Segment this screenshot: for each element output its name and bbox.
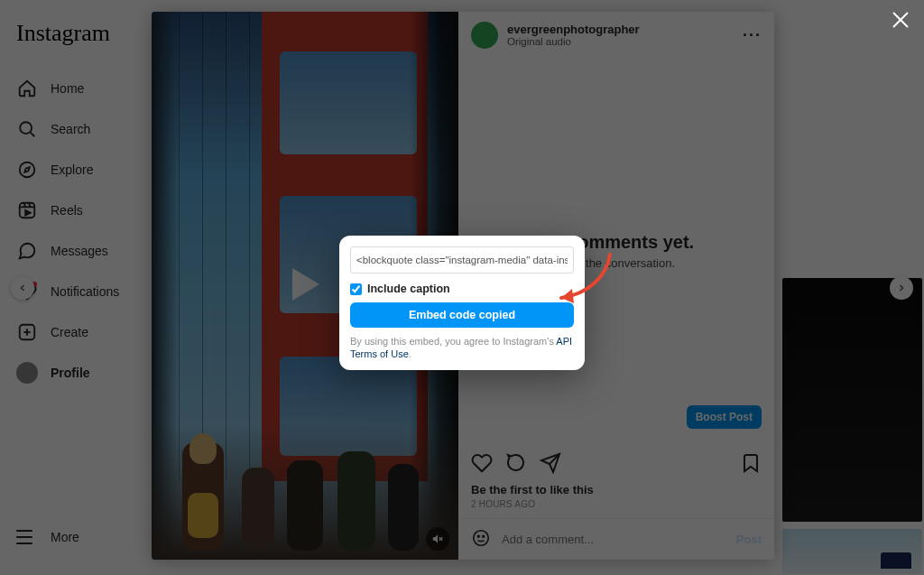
copy-embed-button[interactable]: Embed code copied [350,302,574,328]
include-caption-label: Include caption [367,283,450,295]
close-icon[interactable] [890,9,911,31]
include-caption-checkbox[interactable] [350,283,362,295]
embed-dialog: Include caption Embed code copied By usi… [339,236,585,370]
embed-terms-text: By using this embed, you agree to Instag… [350,335,574,361]
embed-code-input[interactable] [350,246,574,274]
